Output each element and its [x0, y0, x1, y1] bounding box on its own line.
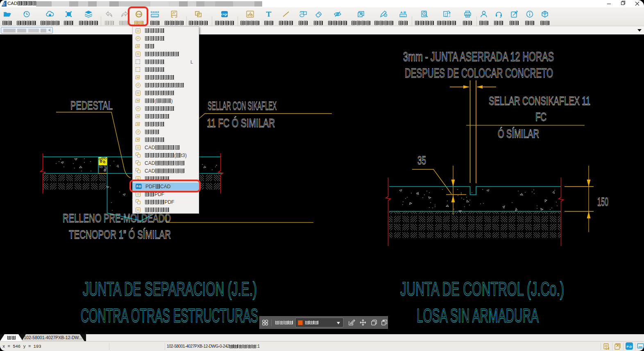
svg-text:A: A	[423, 12, 425, 16]
svg-text:TECNOPOR 1” Ó SÍMILAR: TECNOPOR 1” Ó SÍMILAR	[69, 228, 171, 241]
svg-text:P-D: P-D	[627, 345, 633, 349]
svg-text:Ó SÍMILAR: Ó SÍMILAR	[498, 127, 539, 140]
svg-text:150: 150	[597, 195, 608, 208]
svg-text:LOSA SIN ARMADURA: LOSA SIN ARMADURA	[417, 305, 539, 326]
svg-text:35: 35	[417, 153, 426, 167]
svg-text:DESPUES DE COLOCAR CONCRETO: DESPUES DE COLOCAR CONCRETO	[405, 66, 553, 80]
svg-text:CONTRA OTRAS ESTRUCTURAS: CONTRA OTRAS ESTRUCTURAS	[81, 305, 258, 326]
svg-text:JUNTA DE CONTROL (J.Co.): JUNTA DE CONTROL (J.Co.)	[400, 278, 564, 300]
svg-text:11 FC Ó SIMILAR: 11 FC Ó SIMILAR	[207, 116, 275, 130]
svg-text:JUNTA DE SEPARACION (J.E.): JUNTA DE SEPARACION (J.E.)	[83, 278, 257, 300]
svg-text:PEDESTAL: PEDESTAL	[70, 99, 113, 112]
svg-text:3mm - JUNTA ASERRADA 12 HORA: 3mm - JUNTA ASERRADA 12 HORAS	[403, 49, 554, 64]
svg-text:FC: FC	[535, 110, 546, 123]
svg-text:A:B: A:B	[400, 11, 406, 14]
svg-text:SELLAR CON SIKAFLEX: SELLAR CON SIKAFLEX	[208, 99, 277, 112]
svg-text:SELLAR CONSIKAFLEX 11: SELLAR CONSIKAFLEX 11	[489, 94, 590, 107]
